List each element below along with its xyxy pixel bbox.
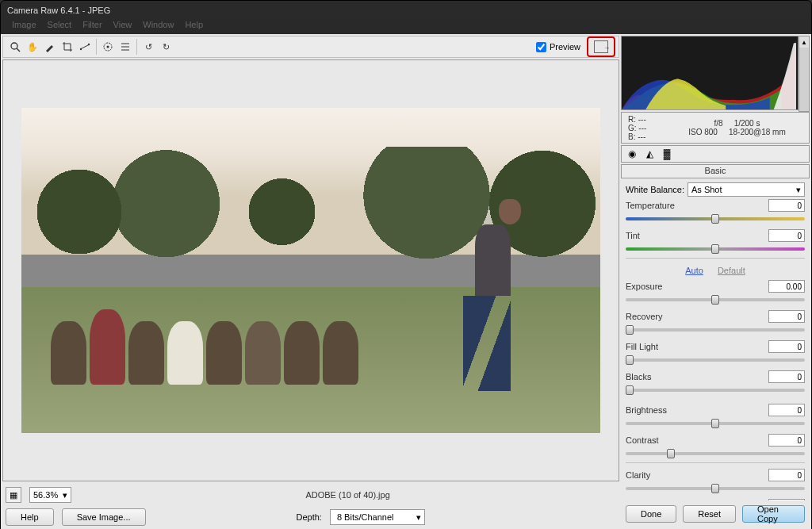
white-balance-select[interactable]: As Shot ▾	[688, 182, 805, 197]
straighten-tool-icon[interactable]	[78, 40, 92, 54]
svg-point-5	[107, 46, 109, 48]
bottom-bar-1: ▦ 56.3% ▾ ADOBE (10 of 40).jpg	[2, 483, 619, 507]
clarity-slider[interactable]	[626, 483, 805, 494]
rgb-g: G: ---	[628, 124, 672, 132]
depth-value: 8 Bits/Channel	[337, 512, 394, 522]
temperature-slider[interactable]	[626, 213, 805, 224]
filllight-slider[interactable]	[626, 355, 805, 366]
contrast-slider[interactable]	[626, 448, 805, 459]
menu-filter[interactable]: Filter	[82, 20, 102, 34]
wb-label: White Balance:	[626, 185, 684, 194]
list-icon[interactable]	[118, 40, 132, 54]
recovery-value[interactable]	[768, 310, 805, 323]
default-link[interactable]: Default	[718, 266, 745, 275]
titlebar: Camera Raw 6.4.1 - JPEG	[1, 1, 811, 20]
zoom-value: 56.3%	[33, 490, 58, 500]
tab-detail-icon[interactable]: ▓	[660, 148, 674, 160]
menu-image[interactable]: Image	[12, 20, 36, 34]
svg-point-2	[80, 48, 82, 50]
histogram[interactable]	[621, 36, 799, 110]
blacks-label: Blacks	[626, 372, 768, 381]
chevron-down-icon: ▾	[796, 185, 801, 195]
chevron-down-icon: ▾	[416, 512, 421, 523]
exif-info: R: --- G: --- B: --- f/81/200 s ISO 8001…	[621, 112, 810, 144]
target-adjustment-icon[interactable]	[101, 40, 115, 54]
preview-checkbox[interactable]: Preview	[536, 42, 580, 52]
brightness-label: Brightness	[626, 405, 768, 415]
auto-link[interactable]: Auto	[685, 266, 703, 275]
open-copy-button[interactable]: Open Copy	[742, 505, 805, 523]
rotate-ccw-icon[interactable]: ↺	[141, 40, 155, 54]
clarity-value[interactable]	[768, 469, 805, 481]
tab-curve-icon[interactable]: ◭	[642, 148, 657, 160]
recovery-label: Recovery	[626, 312, 768, 321]
blacks-value[interactable]	[768, 370, 805, 383]
fullscreen-icon: →	[594, 40, 608, 53]
menu-view[interactable]: View	[113, 20, 132, 34]
preview-label: Preview	[550, 42, 580, 52]
tint-slider[interactable]	[626, 243, 805, 255]
brightness-value[interactable]	[768, 404, 805, 416]
bottom-bar-2: Help Save Image... Depth: 8 Bits/Channel…	[2, 507, 619, 527]
zoom-tool-icon[interactable]	[8, 40, 22, 54]
filllight-value[interactable]	[768, 340, 805, 353]
done-button[interactable]: Done	[626, 505, 676, 523]
fullscreen-button[interactable]: →	[587, 36, 615, 57]
chevron-down-icon: ▾	[63, 490, 67, 500]
window-title: Camera Raw 6.4.1 - JPEG	[7, 6, 110, 15]
wb-value: As Shot	[691, 185, 722, 194]
panel-tabs: ◉ ◭ ▓	[621, 145, 810, 163]
crop-tool-icon[interactable]	[60, 40, 75, 54]
eyedropper-icon[interactable]	[43, 40, 57, 54]
exposure-label: Exposure	[626, 282, 768, 291]
help-button[interactable]: Help	[6, 508, 54, 526]
thumbnail-toggle-icon[interactable]: ▦	[6, 487, 21, 503]
recovery-slider[interactable]	[626, 324, 805, 335]
svg-line-1	[17, 48, 20, 52]
preview-checkbox-input[interactable]	[536, 42, 546, 52]
zoom-select[interactable]: 56.3% ▾	[29, 487, 71, 503]
hand-tool-icon[interactable]: ✋	[25, 40, 40, 54]
depth-select[interactable]: 8 Bits/Channel ▾	[330, 509, 425, 525]
temperature-value[interactable]	[768, 199, 805, 212]
exif-fstop: f/8	[714, 119, 723, 128]
exif-iso: ISO 800	[688, 128, 718, 136]
filename-label: ADOBE (10 of 40).jpg	[79, 490, 616, 500]
exposure-slider[interactable]	[626, 294, 805, 305]
rgb-b: B: ---	[628, 132, 672, 141]
basic-panel: White Balance: As Shot ▾ Temperature Tin…	[621, 182, 810, 500]
toolbar: ✋ ↺ ↻ Preview →	[2, 36, 619, 58]
depth-label: Depth:	[297, 512, 322, 522]
clarity-label: Clarity	[626, 470, 768, 480]
menu-help[interactable]: Help	[185, 20, 203, 34]
histogram-scrollbar[interactable]: ▲	[799, 36, 810, 112]
tint-value[interactable]	[768, 229, 805, 242]
exif-shutter: 1/200 s	[734, 119, 760, 128]
exposure-value[interactable]	[768, 280, 805, 293]
menu-select[interactable]: Select	[48, 20, 72, 34]
contrast-value[interactable]	[768, 434, 805, 447]
contrast-label: Contrast	[626, 435, 768, 445]
reset-button[interactable]: Reset	[683, 505, 736, 523]
svg-point-3	[88, 44, 90, 45]
save-image-button[interactable]: Save Image...	[62, 508, 146, 526]
filllight-label: Fill Light	[626, 342, 768, 351]
menubar: Image Select Filter View Window Help	[1, 20, 811, 34]
tab-basic-icon[interactable]: ◉	[625, 148, 639, 160]
brightness-slider[interactable]	[626, 418, 805, 429]
panel-title: Basic	[621, 164, 810, 178]
exif-lens: 18-200@18 mm	[729, 128, 786, 136]
rgb-r: R: ---	[628, 115, 672, 124]
dialog-buttons: Done Reset Open Copy	[621, 500, 810, 527]
temperature-label: Temperature	[626, 201, 768, 210]
photo-content	[21, 108, 600, 433]
tint-label: Tint	[626, 231, 768, 240]
svg-point-0	[11, 43, 17, 49]
image-preview[interactable]	[2, 59, 619, 481]
menu-window[interactable]: Window	[143, 20, 174, 34]
rotate-cw-icon[interactable]: ↻	[159, 40, 173, 54]
blacks-slider[interactable]	[626, 385, 805, 396]
